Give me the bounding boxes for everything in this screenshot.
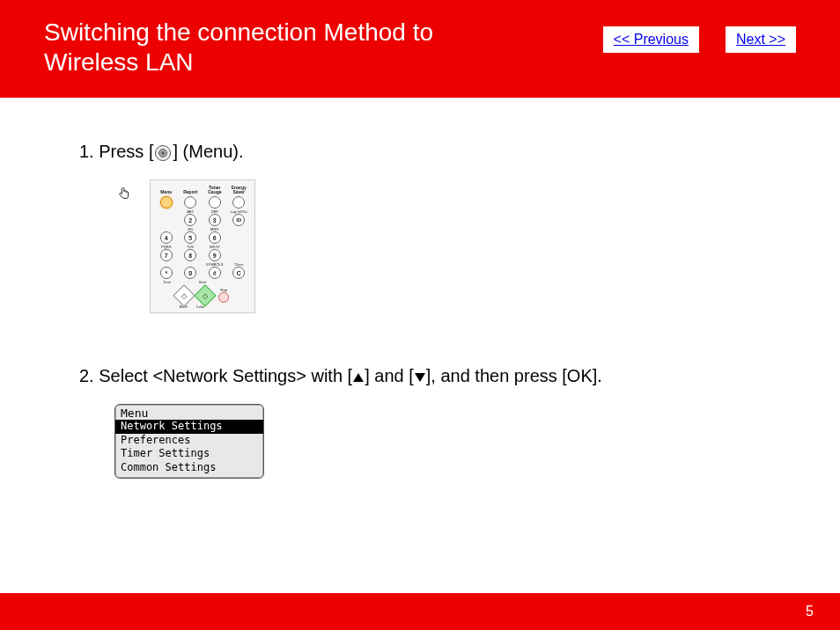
step2-text-b: ] and [: [365, 366, 414, 385]
panel-label-tone: Tone: [158, 281, 177, 284]
up-arrow-icon: [353, 373, 364, 382]
panel-key-hash: #: [209, 267, 221, 279]
panel-label-menu: Menu: [157, 190, 176, 194]
lcd-item-timer: Timer Settings: [115, 447, 263, 461]
panel-label-report: Report: [181, 190, 200, 194]
header-bar: Switching the connection Method to Wirel…: [0, 0, 840, 98]
nav-buttons: << Previous Next >>: [603, 26, 796, 53]
control-panel-image: Menu Report Toner Gauge Energy Saver ABC…: [114, 179, 255, 340]
step2-text-c: ], and then press [OK].: [426, 366, 602, 385]
panel-key-7: 7: [160, 249, 173, 261]
lcd-item-network: Network Settings: [115, 420, 263, 434]
panel-label-start: Start: [183, 281, 222, 284]
panel-key-0: 0: [184, 267, 196, 279]
step1-text-a: 1. Press [: [79, 142, 153, 161]
panel-key-star: *: [160, 267, 173, 279]
step-1: 1. Press [] (Menu).: [79, 142, 761, 162]
panel-key-id: ID: [232, 214, 245, 226]
pointing-hand-icon: [116, 187, 132, 206]
panel-key-5: 5: [184, 231, 196, 244]
menu-button-icon: [155, 145, 171, 161]
panel-key-3: 3: [209, 214, 221, 226]
panel-stop-button: [218, 292, 229, 303]
step2-text-a: 2. Select <Network Settings> with [: [79, 366, 352, 385]
panel-label-stop: Stop: [218, 289, 229, 292]
panel-energy-button: [232, 196, 245, 209]
step-2: 2. Select <Network Settings> with [] and…: [79, 366, 761, 386]
page-number: 5: [806, 604, 814, 619]
panel-start-color: ◇: [194, 284, 216, 306]
panel-label-toner: Toner Gauge: [205, 186, 225, 194]
lcd-title: Menu: [115, 407, 263, 420]
lcd-item-common: Common Settings: [115, 461, 263, 475]
panel-key-2: 2: [184, 214, 196, 226]
panel-start-bw: ◇: [173, 284, 195, 306]
panel-key-8: 8: [184, 249, 196, 261]
panel-key-4: 4: [160, 231, 173, 244]
panel-report-button: [184, 196, 196, 209]
panel-toner-button: [209, 196, 221, 209]
content-area: 1. Press [] (Menu). Menu Report Toner Ga…: [0, 98, 840, 479]
previous-link[interactable]: << Previous: [603, 26, 699, 53]
panel-key-9: 9: [209, 249, 221, 261]
panel-menu-button: [160, 196, 173, 209]
next-link[interactable]: Next >>: [726, 26, 796, 53]
lcd-item-preferences: Preferences: [115, 434, 263, 448]
lcd-menu: Menu Network Settings Preferences Timer …: [114, 404, 264, 479]
panel-label-energy: Energy Saver: [229, 186, 248, 194]
page-title: Switching the connection Method to Wirel…: [44, 18, 484, 77]
step1-text-b: ] (Menu).: [173, 142, 243, 161]
panel-key-6: 6: [209, 231, 221, 244]
footer-bar: 5: [0, 593, 840, 630]
down-arrow-icon: [415, 373, 425, 382]
panel-key-c: C: [232, 267, 245, 279]
